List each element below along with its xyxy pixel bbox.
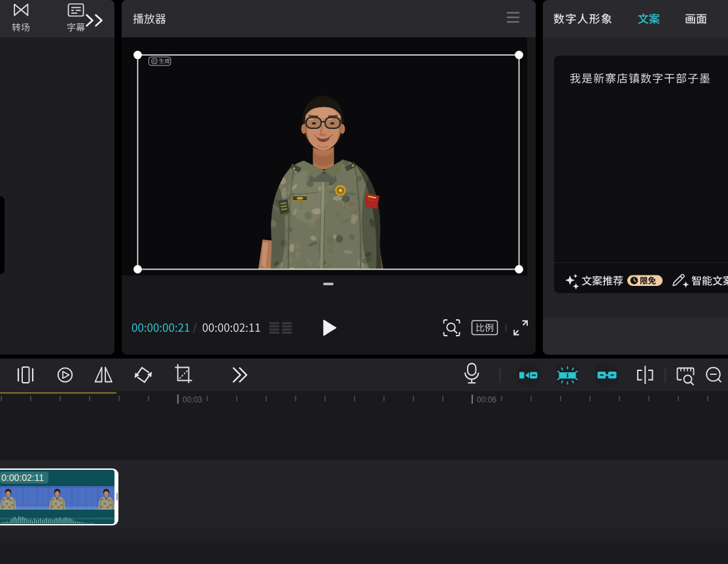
- svg-text:00:03: 00:03: [182, 395, 202, 404]
- svg-text:00:06: 00:06: [477, 395, 496, 404]
